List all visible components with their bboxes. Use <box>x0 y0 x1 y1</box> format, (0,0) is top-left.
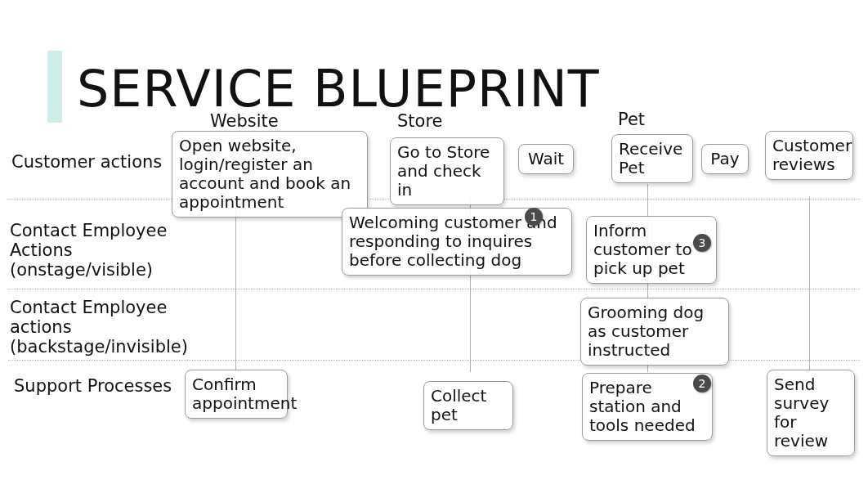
box-customer-reviews: Customer reviews <box>765 131 853 180</box>
row-label-backstage: Contact Employee actions (backstage/invi… <box>10 298 186 357</box>
badge-2: 2 <box>693 375 711 393</box>
box-receive-pet: Receive Pet <box>611 134 693 183</box>
box-wait: Wait <box>518 144 574 174</box>
column-header-website: Website <box>210 111 279 131</box>
row-divider <box>8 360 860 361</box>
box-go-store: Go to Store and check in <box>390 137 504 205</box>
row-label-onstage: Contact Employee Actions (onstage/visibl… <box>10 221 177 280</box>
title-accent-bar <box>47 51 62 123</box>
row-divider <box>8 289 860 289</box>
box-open-website: Open website, login/register an account … <box>172 131 368 218</box>
box-survey: Send survey for review <box>767 370 855 456</box>
box-pay: Pay <box>701 144 749 174</box>
badge-3: 3 <box>693 234 711 252</box>
box-grooming: Grooming dog as customer instructed <box>580 298 729 366</box>
row-label-support: Support Processes <box>14 376 181 396</box>
column-header-store: Store <box>397 111 443 131</box>
box-collect: Collect pet <box>423 381 513 430</box>
page-title: SERVICE BLUEPRINT <box>77 59 600 119</box>
box-confirm: Confirm appointment <box>185 370 288 419</box>
connector-line <box>809 196 810 375</box>
row-label-customer: Customer actions <box>11 152 175 172</box>
connector-line <box>235 199 236 372</box>
badge-1: 1 <box>525 208 543 226</box>
column-header-pet: Pet <box>618 110 645 129</box>
